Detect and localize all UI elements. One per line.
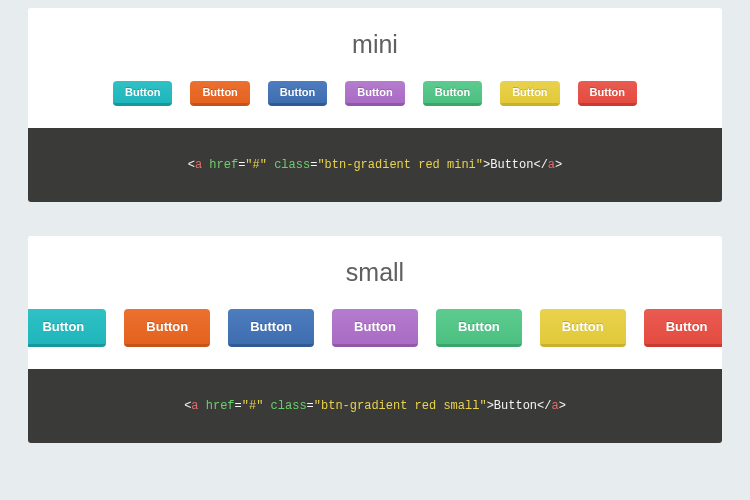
button-yellow[interactable]: Button [540, 309, 626, 347]
button-orange[interactable]: Button [190, 81, 249, 106]
button-purple[interactable]: Button [345, 81, 404, 106]
code-attr: class [274, 158, 310, 172]
button-purple[interactable]: Button [332, 309, 418, 347]
code-value: "btn-gradient red mini" [317, 158, 483, 172]
section-heading: mini [28, 8, 722, 73]
code-value: "#" [245, 158, 267, 172]
code-punct: < [188, 158, 195, 172]
button-green[interactable]: Button [423, 81, 482, 106]
code-punct: > [555, 158, 562, 172]
code-tag: a [195, 158, 202, 172]
button-green[interactable]: Button [436, 309, 522, 347]
code-punct: > [559, 399, 566, 413]
button-blue[interactable]: Button [228, 309, 314, 347]
button-row: Button Button Button Button Button Butto… [28, 73, 722, 128]
code-text: Button [494, 399, 537, 413]
code-punct: > [487, 399, 494, 413]
section-heading: small [28, 236, 722, 301]
button-orange[interactable]: Button [124, 309, 210, 347]
code-example: <a href="#" class="btn-gradient red smal… [28, 369, 722, 443]
code-attr: class [271, 399, 307, 413]
code-value: "btn-gradient red small" [314, 399, 487, 413]
button-blue[interactable]: Button [268, 81, 327, 106]
code-example: <a href="#" class="btn-gradient red mini… [28, 128, 722, 202]
code-punct: = [307, 399, 314, 413]
button-cyan[interactable]: Button [113, 81, 172, 106]
section-small: small Button Button Button Button Button… [28, 236, 722, 443]
section-mini: mini Button Button Button Button Button … [28, 8, 722, 202]
code-attr: href [206, 399, 235, 413]
code-punct: </ [537, 399, 551, 413]
code-value: "#" [242, 399, 264, 413]
button-red[interactable]: Button [578, 81, 637, 106]
button-cyan[interactable]: Button [28, 309, 106, 347]
code-attr: href [209, 158, 238, 172]
code-tag: a [551, 399, 558, 413]
button-row: Button Button Button Button Button Butto… [28, 301, 722, 369]
button-yellow[interactable]: Button [500, 81, 559, 106]
code-tag: a [548, 158, 555, 172]
code-text: Button [490, 158, 533, 172]
code-punct: = [235, 399, 242, 413]
button-red[interactable]: Button [644, 309, 722, 347]
code-punct: </ [533, 158, 547, 172]
code-tag: a [191, 399, 198, 413]
